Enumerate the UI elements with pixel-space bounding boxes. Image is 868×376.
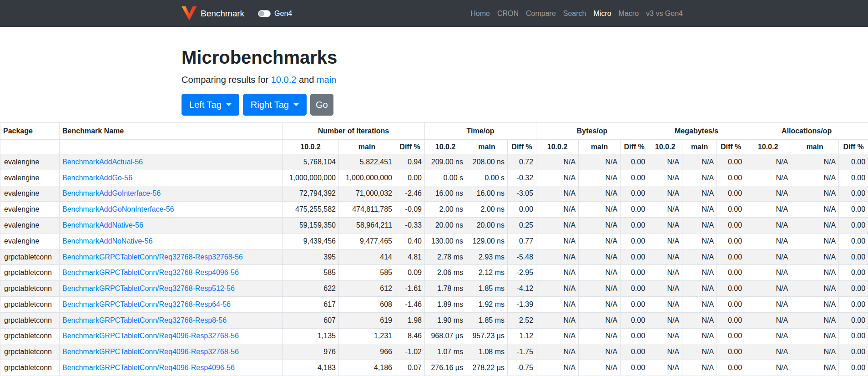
- brand-label: Benchmark: [201, 9, 244, 19]
- table-row: evalengineBenchmarkAddGoInterface-5672,7…: [0, 186, 868, 202]
- benchmark-link[interactable]: BenchmarkGRPCTabletConn/Req32768-Resp327…: [62, 253, 243, 261]
- nav-link-search[interactable]: Search: [560, 6, 590, 21]
- iterations-left-cell: 9,439,456: [283, 233, 339, 249]
- nav-link-home[interactable]: Home: [467, 6, 494, 21]
- bytes-right-cell: N/A: [579, 360, 621, 376]
- bytes-left-cell: N/A: [536, 344, 579, 360]
- allocations-diff-cell: 0.00: [839, 344, 868, 360]
- allocations-diff-cell: 0.00: [839, 360, 868, 376]
- bytes-left-cell: N/A: [536, 233, 579, 249]
- benchmark-link[interactable]: BenchmarkAddNative-56: [62, 221, 143, 229]
- bytes-diff-cell: 0.00: [621, 328, 648, 344]
- sub-header-main: main: [579, 140, 621, 154]
- bytes-left-cell: N/A: [536, 360, 579, 376]
- package-cell: grpctabletconn: [0, 328, 60, 344]
- bytes-diff-cell: 0.00: [621, 312, 648, 328]
- bytes-right-cell: N/A: [579, 249, 621, 265]
- time-left-cell: 276.16 µs: [425, 360, 466, 376]
- iterations-diff-cell: -0.33: [395, 218, 425, 234]
- bytes-diff-cell: 0.00: [621, 297, 648, 313]
- left-tag-dropdown[interactable]: Left Tag: [182, 94, 239, 116]
- benchmark-name-cell: BenchmarkAddGoNonInterface-56: [60, 202, 283, 218]
- benchmark-link[interactable]: BenchmarkAddGoNonInterface-56: [62, 205, 174, 213]
- bytes-left-cell: N/A: [536, 218, 579, 234]
- megabytes-right-cell: N/A: [682, 312, 717, 328]
- benchmark-link[interactable]: BenchmarkGRPCTabletConn/Req4096-Resp3276…: [62, 348, 239, 356]
- allocations-left-cell: N/A: [745, 170, 791, 186]
- bytes-right-cell: N/A: [579, 202, 621, 218]
- package-cell: grpctabletconn: [0, 249, 60, 265]
- megabytes-diff-cell: 0.00: [717, 360, 745, 376]
- benchmark-link[interactable]: BenchmarkGRPCTabletConn/Req32768-Resp512…: [62, 285, 235, 292]
- bytes-right-cell: N/A: [579, 297, 621, 313]
- allocations-diff-cell: 0.00: [839, 186, 868, 202]
- iterations-diff-cell: -0.09: [395, 202, 425, 218]
- allocations-right-cell: N/A: [791, 233, 839, 249]
- bytes-right-cell: N/A: [579, 328, 621, 344]
- benchmark-link[interactable]: BenchmarkGRPCTabletConn/Req32768-Resp64-…: [62, 300, 231, 308]
- go-button[interactable]: Go: [310, 94, 333, 116]
- iterations-right-cell: 585: [339, 265, 395, 281]
- time-right-cell: 20.00 ns: [466, 218, 508, 234]
- nav-link-macro[interactable]: Macro: [615, 6, 642, 21]
- nav-link-micro[interactable]: Micro: [590, 6, 615, 21]
- benchmark-name-cell: BenchmarkAddActual-56: [60, 154, 283, 170]
- allocations-diff-cell: 0.00: [839, 249, 868, 265]
- bytes-diff-cell: 0.00: [621, 170, 648, 186]
- time-diff-cell: 0.00: [508, 202, 536, 218]
- iterations-diff-cell: 0.94: [395, 154, 425, 170]
- iterations-diff-cell: 1.98: [395, 312, 425, 328]
- benchmark-link[interactable]: BenchmarkAddActual-56: [62, 158, 143, 166]
- nav-link-v3-vs-gen4[interactable]: v3 vs Gen4: [642, 6, 686, 21]
- group-header-time-op: Time/op: [425, 123, 536, 140]
- right-tag-dropdown[interactable]: Right Tag: [243, 94, 307, 116]
- benchmark-table: PackageBenchmark NameNumber of Iteration…: [0, 122, 868, 376]
- time-diff-cell: -2.95: [508, 265, 536, 281]
- left-ref-link[interactable]: 10.0.2: [271, 75, 297, 85]
- bytes-right-cell: N/A: [579, 344, 621, 360]
- time-right-cell: 1.85 ms: [466, 312, 508, 328]
- benchmark-link[interactable]: BenchmarkAddGoInterface-56: [62, 189, 161, 197]
- bytes-diff-cell: 0.00: [621, 281, 648, 297]
- megabytes-right-cell: N/A: [682, 218, 717, 234]
- benchmark-link[interactable]: BenchmarkAddGo-56: [62, 174, 132, 182]
- allocations-diff-cell: 0.00: [839, 328, 868, 344]
- toggle-label: Gen4: [274, 10, 292, 18]
- megabytes-left-cell: N/A: [648, 328, 682, 344]
- benchmark-name-cell: BenchmarkGRPCTabletConn/Req32768-Resp409…: [60, 265, 283, 281]
- time-right-cell: 2.93 ms: [466, 249, 508, 265]
- allocations-diff-cell: 0.00: [839, 154, 868, 170]
- benchmark-link[interactable]: BenchmarkGRPCTabletConn/Req32768-Resp409…: [62, 269, 239, 276]
- megabytes-left-cell: N/A: [648, 170, 682, 186]
- time-left-cell: 2.00 ns: [425, 202, 466, 218]
- megabytes-left-cell: N/A: [648, 154, 682, 170]
- nav-link-compare[interactable]: Compare: [522, 6, 560, 21]
- package-cell: evalengine: [0, 170, 60, 186]
- benchmark-link[interactable]: BenchmarkGRPCTabletConn/Req32768-Resp8-5…: [62, 316, 227, 324]
- col-header-benchmark-name: Benchmark Name: [60, 123, 283, 140]
- iterations-diff-cell: -1.02: [395, 344, 425, 360]
- benchmark-link[interactable]: BenchmarkGRPCTabletConn/Req4096-Resp3276…: [62, 332, 239, 340]
- time-right-cell: 129.00 ns: [466, 233, 508, 249]
- megabytes-right-cell: N/A: [682, 233, 717, 249]
- sub-header-diff-: Diff %: [839, 140, 868, 154]
- iterations-right-cell: 966: [339, 344, 395, 360]
- time-right-cell: 1.08 ms: [466, 344, 508, 360]
- megabytes-right-cell: N/A: [682, 344, 717, 360]
- bytes-diff-cell: 0.00: [621, 249, 648, 265]
- gen4-toggle[interactable]: Gen4: [258, 10, 292, 18]
- allocations-right-cell: N/A: [791, 312, 839, 328]
- brand-link[interactable]: Benchmark: [182, 6, 244, 20]
- benchmark-link[interactable]: BenchmarkAddNoNative-56: [62, 237, 152, 245]
- benchmark-link[interactable]: BenchmarkGRPCTabletConn/Req4096-Resp4096…: [62, 364, 235, 371]
- megabytes-diff-cell: 0.00: [717, 154, 745, 170]
- time-diff-cell: 0.72: [508, 154, 536, 170]
- nav-link-cron[interactable]: CRON: [494, 6, 522, 21]
- megabytes-left-cell: N/A: [648, 297, 682, 313]
- allocations-right-cell: N/A: [791, 265, 839, 281]
- bytes-diff-cell: 0.00: [621, 233, 648, 249]
- megabytes-diff-cell: 0.00: [717, 265, 745, 281]
- iterations-diff-cell: -1.61: [395, 281, 425, 297]
- right-ref-link[interactable]: main: [317, 75, 336, 85]
- table-row: evalengineBenchmarkAddNative-5659,159,35…: [0, 218, 868, 234]
